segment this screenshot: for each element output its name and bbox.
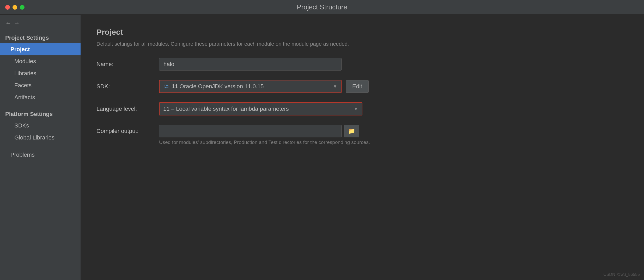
sidebar-item-modules[interactable]: Modules: [0, 55, 81, 67]
sidebar-item-artifacts[interactable]: Artifacts: [0, 91, 81, 103]
sidebar-item-project[interactable]: Project: [0, 43, 81, 55]
name-row: Name:: [96, 58, 628, 71]
compiler-output-section: Compiler output: 📁 Used for modules' sub…: [96, 125, 628, 145]
name-label: Name:: [96, 61, 159, 68]
sidebar-item-problems[interactable]: Problems: [5, 149, 75, 161]
compiler-hint: Used for modules' subdirectories, Produc…: [159, 139, 370, 145]
sdk-full-text: Oracle OpenJDK version 11.0.15: [180, 83, 264, 90]
window-controls: [5, 5, 25, 10]
project-settings-label: Project Settings: [0, 31, 81, 43]
content-title: Project: [96, 28, 628, 37]
compiler-row: 📁: [159, 125, 359, 137]
sdk-label: SDK:: [96, 83, 159, 90]
sdk-dropdown[interactable]: 🗂 11 Oracle OpenJDK version 11.0.15 ▼: [159, 80, 342, 93]
close-button[interactable]: [5, 5, 10, 10]
sdk-display-text: 11 Oracle OpenJDK version 11.0.15: [172, 83, 330, 90]
sdk-dropdown-arrow: ▼: [333, 84, 337, 89]
sidebar-item-sdks[interactable]: SDKs: [0, 120, 81, 132]
sdk-edit-button[interactable]: Edit: [346, 80, 369, 93]
sidebar-item-libraries[interactable]: Libraries: [0, 67, 81, 79]
titlebar: Project Structure: [0, 0, 644, 15]
sdk-controls: 🗂 11 Oracle OpenJDK version 11.0.15 ▼ Ed…: [159, 80, 369, 93]
sidebar: ← → Project Settings Project Modules Lib…: [0, 15, 81, 280]
minimize-button[interactable]: [13, 5, 17, 10]
compiler-output-input[interactable]: [159, 125, 342, 137]
language-dropdown-arrow: ▼: [354, 106, 358, 112]
name-input[interactable]: [159, 58, 342, 71]
window-title: Project Structure: [297, 3, 347, 11]
sidebar-item-global-libraries[interactable]: Global Libraries: [0, 132, 81, 144]
forward-arrow[interactable]: →: [14, 20, 20, 26]
language-level-label-text: Language level:: [96, 106, 137, 112]
content-description: Default settings for all modules. Config…: [96, 40, 628, 48]
sidebar-item-facets[interactable]: Facets: [0, 79, 81, 91]
maximize-button[interactable]: [20, 5, 25, 10]
language-level-label: Language level:: [96, 106, 159, 112]
problems-section: Problems: [0, 144, 81, 164]
compiler-output-label: Compiler output:: [96, 128, 159, 135]
watermark: CSDN @wu_56555: [603, 272, 640, 277]
main-layout: ← → Project Settings Project Modules Lib…: [0, 15, 644, 280]
content-area: Project Default settings for all modules…: [81, 15, 644, 280]
back-arrow[interactable]: ←: [5, 20, 11, 26]
compiler-folder-button[interactable]: 📁: [344, 125, 359, 137]
language-level-value: 11 – Local variable syntax for lambda pa…: [163, 106, 351, 112]
language-level-row: Language level: 11 – Local variable synt…: [96, 102, 628, 115]
platform-settings-label: Platform Settings: [0, 108, 81, 120]
compiler-output-row: Compiler output: 📁: [96, 125, 359, 137]
nav-back-row: ← →: [0, 17, 81, 31]
folder-icon: 📁: [348, 128, 355, 134]
language-level-dropdown[interactable]: 11 – Local variable syntax for lambda pa…: [159, 102, 362, 115]
sdk-folder-icon: 🗂: [163, 83, 169, 90]
sdk-row: SDK: 🗂 11 Oracle OpenJDK version 11.0.15…: [96, 80, 628, 93]
